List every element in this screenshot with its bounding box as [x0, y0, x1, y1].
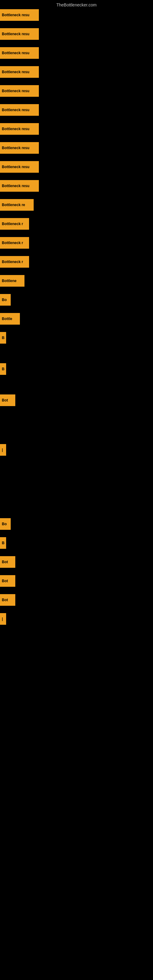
- bottleneck-bar: [15, 395, 153, 406]
- list-item: Bottleneck r: [0, 218, 153, 230]
- bottleneck-bar: [15, 556, 153, 568]
- bottleneck-bar: [29, 237, 153, 249]
- list-item: Bo: [0, 294, 153, 305]
- bottleneck-bar: [29, 256, 153, 268]
- bottleneck-bar: [39, 28, 153, 40]
- bottleneck-bar: [39, 180, 153, 192]
- bottleneck-bar: [39, 142, 153, 154]
- bottleneck-label: Bottleneck resu: [0, 123, 39, 135]
- bottleneck-label: Bottleneck resu: [0, 47, 39, 59]
- bottleneck-label: Bottleneck r: [0, 218, 29, 230]
- list-item: B: [0, 363, 153, 375]
- bottleneck-bar: [15, 575, 153, 587]
- bottleneck-bar: [39, 85, 153, 97]
- bottleneck-label: B: [0, 537, 6, 549]
- bottleneck-bar: [6, 537, 153, 549]
- bottleneck-label: |: [0, 613, 6, 625]
- bottleneck-label: Bottleneck resu: [0, 180, 39, 192]
- list-item: |: [0, 444, 153, 456]
- bottleneck-label: Bottleneck r: [0, 237, 29, 249]
- bottleneck-bar: [6, 613, 153, 625]
- list-item: B: [0, 332, 153, 344]
- site-title: TheBottlenecker.com: [0, 0, 153, 9]
- bottleneck-label: B: [0, 332, 6, 344]
- bottleneck-bar: [39, 123, 153, 135]
- bottleneck-bar: [6, 332, 153, 344]
- bottleneck-bar: [39, 161, 153, 173]
- list-item: Bot: [0, 395, 153, 406]
- bottleneck-label: Bottle: [0, 313, 20, 325]
- bottleneck-label: Bot: [0, 575, 15, 587]
- list-item: Bottleneck re: [0, 199, 153, 211]
- list-item: Bottleneck resu: [0, 9, 153, 21]
- bottleneck-bar: [39, 104, 153, 116]
- bottleneck-bar: [33, 199, 153, 211]
- bottleneck-label: Bottleneck resu: [0, 9, 39, 21]
- list-item: Bottleneck resu: [0, 104, 153, 116]
- bottleneck-label: Bottleneck resu: [0, 85, 39, 97]
- list-item: B: [0, 537, 153, 549]
- bottleneck-label: Bot: [0, 556, 15, 568]
- bottleneck-bar: [6, 444, 153, 456]
- bottleneck-label: Bot: [0, 594, 15, 606]
- bottleneck-bar: [20, 313, 153, 325]
- list-item: Bottleneck resu: [0, 85, 153, 97]
- list-item: Bottleneck resu: [0, 47, 153, 59]
- list-item: Bottleneck r: [0, 256, 153, 268]
- bottleneck-bar: [11, 518, 153, 530]
- list-item: Bot: [0, 575, 153, 587]
- list-item: Bottleneck resu: [0, 123, 153, 135]
- list-item: Bottleneck resu: [0, 142, 153, 154]
- bottleneck-label: Bo: [0, 518, 11, 530]
- list-item: Bottleneck resu: [0, 66, 153, 78]
- list-item: Bottleneck resu: [0, 161, 153, 173]
- list-item: Bottleneck r: [0, 237, 153, 249]
- bottleneck-label: |: [0, 444, 6, 456]
- bottleneck-label: Bottleneck r: [0, 256, 29, 268]
- list-item: Bottleneck resu: [0, 28, 153, 40]
- list-item: Bo: [0, 518, 153, 530]
- list-item: Bottle: [0, 313, 153, 325]
- bottleneck-label: Bottleneck resu: [0, 104, 39, 116]
- bottleneck-bar: [15, 594, 153, 606]
- bottleneck-label: Bo: [0, 294, 11, 305]
- bottleneck-label: Bottleneck resu: [0, 66, 39, 78]
- list-item: Bottleneck resu: [0, 180, 153, 192]
- bottleneck-bar: [39, 9, 153, 21]
- list-item: |: [0, 613, 153, 625]
- list-item: Bottlene: [0, 275, 153, 286]
- list-item: Bot: [0, 594, 153, 606]
- bottleneck-bar: [39, 66, 153, 78]
- bottleneck-bar: [6, 363, 153, 375]
- bottleneck-bar: [11, 294, 153, 305]
- bottleneck-label: Bottlene: [0, 275, 24, 286]
- bottleneck-label: Bottleneck resu: [0, 142, 39, 154]
- bottleneck-bar: [39, 47, 153, 59]
- bottleneck-label: B: [0, 363, 6, 375]
- bottleneck-label: Bot: [0, 395, 15, 406]
- bottleneck-label: Bottleneck resu: [0, 28, 39, 40]
- list-item: Bot: [0, 556, 153, 568]
- bottleneck-bar: [24, 275, 153, 286]
- bottleneck-label: Bottleneck resu: [0, 161, 39, 173]
- bottleneck-label: Bottleneck re: [0, 199, 33, 211]
- bottleneck-bar: [29, 218, 153, 230]
